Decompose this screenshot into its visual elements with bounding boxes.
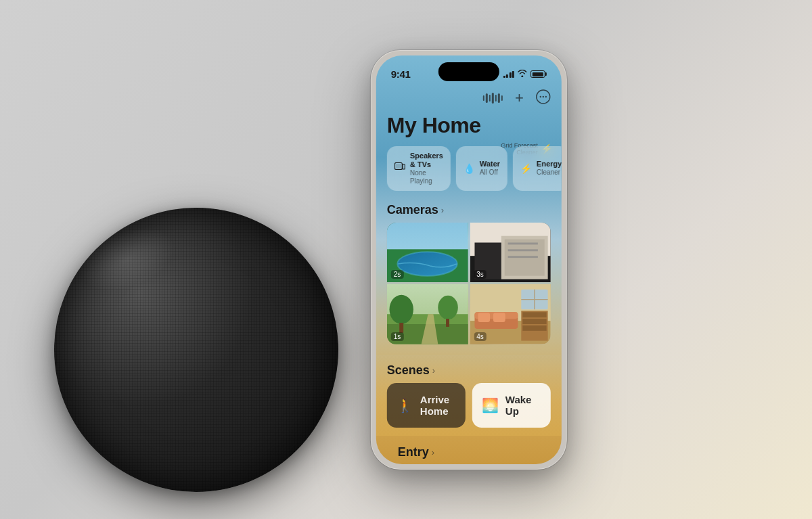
speakers-text: Speakers & TVs None Playing xyxy=(410,152,443,185)
svg-rect-39 xyxy=(522,325,546,331)
scene-buttons: 🚶 Arrive Home 🌅 Wake Up xyxy=(376,383,562,428)
more-button[interactable] xyxy=(536,89,551,108)
signal-bar-2 xyxy=(506,74,508,78)
entry-section-header: Entry › xyxy=(387,443,551,464)
energy-text: Energy Cleaner xyxy=(537,160,562,177)
svg-rect-5 xyxy=(396,164,401,168)
signal-bar-1 xyxy=(503,76,505,78)
svg-point-2 xyxy=(543,95,544,97)
entry-chevron-icon: › xyxy=(432,447,434,457)
cameras-section-header: Cameras › xyxy=(376,200,562,223)
iphone-device: 9:41 xyxy=(371,50,567,470)
svg-point-3 xyxy=(545,95,547,97)
scenes-title: Scenes xyxy=(387,363,430,378)
speakers-sublabel: None Playing xyxy=(410,169,443,185)
speakers-icon xyxy=(394,162,405,174)
siri-button[interactable] xyxy=(482,92,503,104)
svg-rect-37 xyxy=(522,313,546,318)
app-content: + Grid Forecast Cleaner xyxy=(376,85,562,464)
cam-gym-timestamp: 3s xyxy=(474,270,487,279)
top-actions: + xyxy=(376,85,562,110)
water-label: Water xyxy=(480,160,500,168)
arrive-home-label: Arrive Home xyxy=(420,394,456,417)
scenes-chevron-icon: › xyxy=(432,365,435,376)
svg-rect-17 xyxy=(508,249,537,251)
iphone-screen: 9:41 xyxy=(376,55,562,464)
signal-icon xyxy=(503,70,514,78)
signal-bar-4 xyxy=(512,71,514,78)
wake-up-button[interactable]: 🌅 Wake Up xyxy=(472,383,551,428)
status-icons xyxy=(503,70,547,79)
speakers-label: Speakers & TVs xyxy=(410,152,443,169)
energy-label: Energy xyxy=(537,160,562,168)
svg-rect-25 xyxy=(446,319,449,328)
wake-up-label: Wake Up xyxy=(505,394,541,417)
svg-rect-18 xyxy=(508,256,537,258)
category-pills: Speakers & TVs None Playing 💧 Water All … xyxy=(376,146,562,200)
water-pill[interactable]: 💧 Water All Off xyxy=(456,146,508,191)
cameras-title: Cameras xyxy=(387,203,438,217)
water-sublabel: All Off xyxy=(480,168,500,177)
speakers-pill[interactable]: Speakers & TVs None Playing xyxy=(387,146,451,191)
energy-pill[interactable]: ⚡ Energy Cleaner xyxy=(513,146,562,191)
svg-point-1 xyxy=(540,95,541,97)
svg-point-24 xyxy=(438,296,458,319)
camera-pool[interactable]: 2s xyxy=(387,223,468,283)
svg-rect-38 xyxy=(522,319,546,325)
homepod-device xyxy=(54,208,338,492)
scenes-section-header: Scenes › xyxy=(376,361,562,383)
camera-living[interactable]: 4s xyxy=(470,284,551,344)
energy-sublabel: Cleaner xyxy=(537,168,562,177)
water-icon: 💧 xyxy=(464,163,475,174)
cam-living-timestamp: 4s xyxy=(474,332,487,341)
arrive-home-icon: 🚶 xyxy=(397,397,413,413)
battery-icon xyxy=(531,70,547,78)
entry-title: Entry xyxy=(398,445,429,459)
signal-bar-3 xyxy=(509,72,511,78)
svg-rect-31 xyxy=(478,313,490,323)
svg-rect-16 xyxy=(508,242,537,244)
wifi-icon xyxy=(518,70,527,79)
camera-gym[interactable]: 3s xyxy=(470,223,551,283)
status-time: 9:41 xyxy=(391,68,411,80)
cameras-chevron-icon: › xyxy=(441,205,444,215)
entry-section: Entry › xyxy=(376,436,562,464)
add-button[interactable]: + xyxy=(515,89,524,107)
camera-garden[interactable]: 1s xyxy=(387,284,468,344)
camera-grid: 2s 3s xyxy=(387,223,551,344)
energy-icon: ⚡ xyxy=(520,163,532,174)
page-title: My Home xyxy=(376,110,562,146)
water-text: Water All Off xyxy=(480,160,500,177)
svg-rect-32 xyxy=(493,313,505,323)
arrive-home-button[interactable]: 🚶 Arrive Home xyxy=(387,383,466,428)
svg-rect-6 xyxy=(403,164,405,169)
svg-point-22 xyxy=(390,295,413,324)
cam-pool-timestamp: 2s xyxy=(391,270,404,279)
scenes-area: Scenes › 🚶 Arrive Home 🌅 Wake Up xyxy=(376,355,562,436)
cam-garden-timestamp: 1s xyxy=(391,332,404,341)
dynamic-island xyxy=(438,62,499,81)
wake-up-icon: 🌅 xyxy=(482,397,499,413)
